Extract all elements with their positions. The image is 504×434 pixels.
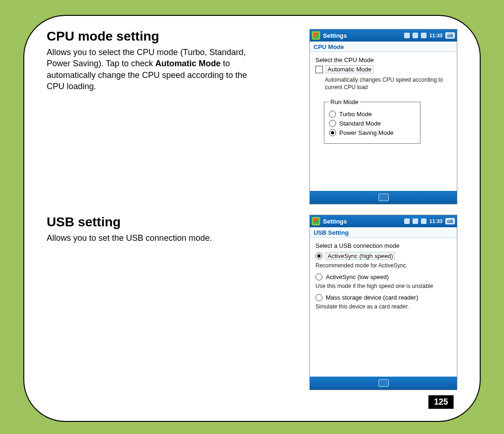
radio-standard[interactable]: Standard Mode <box>329 120 415 127</box>
titlebar: Settings 11:33 ok <box>310 215 457 227</box>
cpu-text-col: CPU mode setting Allows you to select th… <box>47 29 298 92</box>
radio-icon <box>315 294 322 301</box>
panel-subtitle: USB Setting <box>310 227 457 238</box>
panel-content: Select a USB connection mode ActiveSync … <box>310 238 457 377</box>
option-description: Simulate this device as a card reader. <box>315 303 451 310</box>
radio-mass-storage[interactable]: Mass storage device (card reader) <box>315 294 451 301</box>
manual-page: CPU mode setting Allows you to select th… <box>23 15 481 422</box>
titlebar: Settings 11:33 ok <box>310 29 457 42</box>
option-description: Use this mode if the high speed one is u… <box>315 283 451 289</box>
clock: 11:33 <box>429 218 442 224</box>
usb-section-row: USB setting Allows you to set the USB co… <box>47 215 457 390</box>
radio-activesync-high[interactable]: ActiveSync (high speed) <box>315 252 451 260</box>
start-icon[interactable] <box>312 217 320 225</box>
radio-label: Turbo Mode <box>339 111 372 118</box>
device-usb: Settings 11:33 ok USB Setting Select a U… <box>309 215 457 390</box>
device-cpu: Settings 11:33 ok CPU Mode Select the CP… <box>309 29 457 204</box>
auto-mode-description: Automatically changes CPU speed accordin… <box>325 76 451 91</box>
ok-button[interactable]: ok <box>445 218 455 224</box>
checkbox-label: Automatic Mode <box>326 65 373 73</box>
speaker-icon <box>421 218 427 224</box>
usb-screenshot: Settings 11:33 ok USB Setting Select a U… <box>309 215 457 390</box>
signal-icon <box>404 218 410 224</box>
status-tray: 11:33 <box>404 218 442 224</box>
cpu-screenshot: Settings 11:33 ok CPU Mode Select the CP… <box>309 29 457 204</box>
panel-content: Select the CPU Mode Automatic Mode Autom… <box>310 52 457 191</box>
usb-body: Allows you to set the USB connection mod… <box>47 232 247 244</box>
start-icon[interactable] <box>312 31 320 40</box>
radio-label: Power Saving Mode <box>339 129 393 136</box>
usb-heading: USB setting <box>47 215 298 230</box>
ok-button[interactable]: ok <box>445 32 455 39</box>
cpu-section-row: CPU mode setting Allows you to select th… <box>47 29 457 204</box>
select-prompt: Select a USB connection mode <box>315 242 451 249</box>
bottombar <box>310 191 457 204</box>
run-mode-group: Run Mode Turbo Mode Standard Mode Power … <box>324 98 420 144</box>
run-mode-legend: Run Mode <box>329 98 360 105</box>
radio-label: ActiveSync (high speed) <box>326 252 395 260</box>
radio-icon <box>329 111 336 118</box>
bottombar <box>310 377 457 390</box>
cpu-heading: CPU mode setting <box>47 29 298 44</box>
radio-label: ActiveSync (low speed) <box>326 273 389 280</box>
cpu-body-bold: Automatic Mode <box>155 59 221 68</box>
cpu-body: Allows you to select the CPU mode (Turbo… <box>47 47 247 92</box>
app-title: Settings <box>323 218 347 225</box>
clock: 11:33 <box>429 33 442 38</box>
usb-text-col: USB setting Allows you to set the USB co… <box>47 215 298 244</box>
antenna-icon <box>413 218 418 224</box>
keyboard-icon[interactable] <box>378 379 389 387</box>
radio-icon <box>315 252 322 259</box>
keyboard-icon[interactable] <box>378 194 389 201</box>
select-prompt: Select the CPU Mode <box>315 56 451 63</box>
panel-subtitle: CPU Mode <box>310 42 457 52</box>
status-tray: 11:33 <box>404 33 442 38</box>
speaker-icon <box>421 33 427 38</box>
option-description: Recommended mode for ActiveSync. <box>315 262 451 269</box>
radio-label: Standard Mode <box>339 120 381 127</box>
radio-activesync-low[interactable]: ActiveSync (low speed) <box>315 273 451 280</box>
radio-label: Mass storage device (card reader) <box>326 294 418 301</box>
app-title: Settings <box>323 32 347 39</box>
automatic-mode-checkbox[interactable]: Automatic Mode <box>315 65 451 73</box>
checkbox-icon <box>315 66 323 73</box>
radio-icon <box>329 129 336 136</box>
page-number: 125 <box>428 395 454 409</box>
radio-turbo[interactable]: Turbo Mode <box>329 111 415 118</box>
radio-icon <box>315 273 322 280</box>
radio-power-saving[interactable]: Power Saving Mode <box>329 129 415 136</box>
antenna-icon <box>413 33 418 38</box>
radio-icon <box>329 120 336 127</box>
signal-icon <box>404 33 410 38</box>
